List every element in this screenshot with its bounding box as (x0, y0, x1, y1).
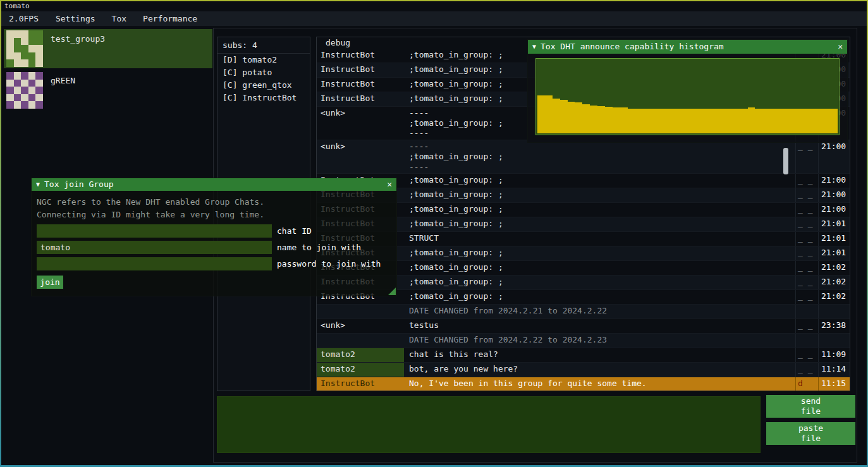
message-row: DATE CHANGED from 2024.2.21 to 2024.2.22 (317, 305, 850, 319)
message-time: 11:14 (818, 363, 850, 377)
histogram-bar (822, 109, 830, 133)
close-icon[interactable]: ✕ (838, 42, 843, 52)
histogram-bar (762, 109, 770, 133)
message-row: InstructBot;tomato_in_group: ;_ _21:00 (317, 203, 850, 217)
sender-name: InstructBot (317, 92, 404, 106)
members-count: subs: 4 (217, 37, 310, 54)
message-input[interactable] (217, 396, 761, 453)
histogram-bar (560, 100, 568, 133)
sender-name: <unk> (317, 319, 404, 333)
message-row: InstructBot;tomato_in_group: ;_ _21:01 (317, 246, 850, 261)
message-row: <unk>---- ;tomato_in_group: ; ----_ _21:… (317, 140, 850, 174)
delivery-marks: _ _ (795, 140, 818, 173)
member-item[interactable]: [C] InstructBot (217, 92, 310, 104)
sender-name: <unk> (317, 140, 404, 173)
avatar-pixel (35, 38, 43, 45)
message-text: DATE CHANGED from 2024.2.22 to 2024.2.23 (404, 334, 795, 348)
histogram-bar (620, 107, 628, 133)
histogram-bar (785, 109, 793, 133)
join-button[interactable]: join (37, 276, 63, 289)
menu-tox[interactable]: Tox (104, 14, 135, 24)
histogram-bar (770, 109, 778, 133)
message-time: 21:00 (818, 203, 850, 217)
message-sender: <unk> (317, 319, 404, 333)
sender-name: <unk> (317, 107, 404, 140)
join-name-input[interactable] (37, 241, 272, 254)
message-sender: InstructBot (317, 92, 404, 106)
histogram-bar (710, 109, 718, 133)
menu-performance[interactable]: Performance (135, 14, 205, 24)
resize-grip[interactable] (388, 288, 396, 295)
avatar-pixel (6, 45, 14, 52)
delivery-marks: _ _ (795, 174, 818, 188)
message-text: ;tomato_in_group: ; (404, 174, 795, 188)
message-text: ;tomato_in_group: ; (404, 246, 795, 260)
message-sender: InstructBot (317, 63, 404, 77)
avatar-pixel (35, 87, 43, 94)
message-text: ;tomato_in_group: ; (404, 203, 795, 217)
message-time: 21:02 (818, 261, 850, 275)
send-file-button[interactable]: send file (766, 395, 855, 418)
message-time: 21:00 (818, 188, 850, 202)
sender-name: tomato2 (317, 363, 404, 377)
message-time: 21:01 (818, 246, 850, 260)
histogram-bar (680, 109, 688, 133)
delivery-marks: _ _ (795, 246, 818, 260)
sender-name: InstructBot (317, 377, 404, 391)
collapse-icon[interactable]: ▼ (532, 42, 536, 52)
chat-id-input[interactable] (37, 224, 272, 238)
group-name: gREEN (51, 76, 75, 109)
message-sender (317, 305, 404, 318)
message-row: DATE CHANGED from 2024.2.22 to 2024.2.23 (317, 334, 850, 348)
avatar-pixel (35, 101, 43, 109)
avatar-pixel (21, 87, 28, 94)
menu-settings[interactable]: Settings (47, 14, 104, 24)
join-dialog-header[interactable]: ▼ Tox join Group ✕ (32, 178, 396, 191)
message-time (818, 305, 850, 318)
avatar-pixel (28, 59, 36, 67)
collapse-icon[interactable]: ▼ (36, 179, 40, 190)
sender-name: InstructBot (317, 63, 404, 77)
member-item[interactable]: [C] green_qtox (217, 79, 310, 92)
avatar-pixel (21, 94, 28, 102)
member-item[interactable]: [C] potato (217, 66, 310, 79)
avatar-pixel (14, 45, 21, 52)
delivery-marks: _ _ (795, 217, 818, 231)
avatar-pixel (21, 72, 28, 80)
group-avatar (6, 30, 43, 67)
delivery-marks: _ _ (795, 290, 818, 304)
sender-name: tomato2 (317, 348, 404, 362)
close-icon[interactable]: ✕ (387, 179, 392, 190)
histogram-bar (613, 107, 620, 133)
histogram-plot (535, 58, 840, 135)
avatar-pixel (6, 59, 14, 67)
histogram-bar (695, 109, 702, 133)
chat-id-label: chat ID (277, 226, 312, 236)
paste-file-button[interactable]: paste file (766, 422, 855, 445)
histogram-bar (650, 109, 657, 133)
histogram-bar (800, 109, 808, 133)
histogram-bar (635, 109, 642, 133)
group-item-test_group3[interactable]: test_group3 (4, 29, 212, 68)
title-bar[interactable]: tomato (1, 1, 867, 11)
join-password-input[interactable] (37, 257, 272, 270)
message-text: bot, are you new here? (404, 363, 795, 377)
avatar-pixel (14, 30, 21, 38)
group-name: test_group3 (51, 34, 105, 68)
histogram-window-header[interactable]: ▼ Tox DHT announce capability histogram … (528, 40, 847, 54)
message-sender: InstructBot (317, 377, 404, 391)
chat-scrollbar[interactable] (783, 148, 788, 174)
histogram-bar (733, 109, 740, 133)
message-row: InstructBot;tomato_in_group: ;_ _21:00 (317, 188, 850, 203)
group-item-green[interactable]: gREEN (4, 71, 212, 109)
menu-bar: 2.0FPS Settings Tox Performance (1, 11, 867, 26)
message-text: STRUCT (404, 232, 795, 246)
avatar-pixel (28, 38, 36, 45)
histogram-bar (553, 99, 560, 133)
message-time: 21:00 (818, 140, 850, 173)
window-title: tomato (4, 2, 30, 10)
member-item[interactable]: [D] tomato2 (217, 54, 310, 66)
message-time: 21:02 (818, 276, 850, 289)
message-row: InstructBot;tomato_in_group: ;_ _21:00 (317, 174, 850, 188)
message-row: InstructBotSTRUCT_ _21:01 (317, 232, 850, 246)
